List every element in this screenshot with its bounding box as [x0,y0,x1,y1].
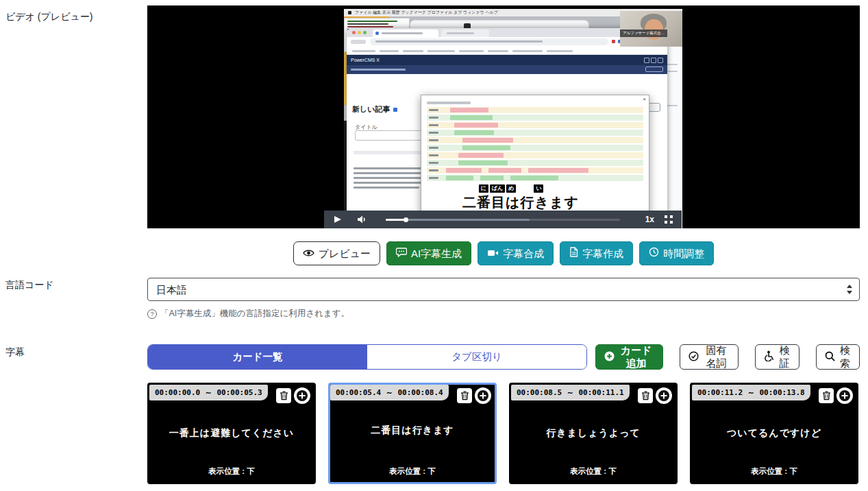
subtitle-text: 二番目は行きます [359,193,682,212]
video-control-bar: 1x [324,211,682,228]
language-select-wrap: 日本語 [147,278,860,301]
time-adjust-button[interactable]: 時間調整 [639,241,714,265]
question-circle-icon: ? [147,309,157,319]
document-icon [569,247,578,260]
insert-card-icon[interactable] [475,387,491,404]
card-position-label: 表示位置 : 下 [692,466,856,477]
browser-tab-strip [347,28,667,37]
card-position-label: 表示位置 : 下 [149,466,314,477]
video-toolbar: プレビュー AI字幕生成 字幕合成 字幕作成 時間調整 [147,241,860,265]
video-frame-screen-recording: ファイル 編集 表示 履歴 ブックマーク プロファイル タブ ウィンドウ ヘルプ [344,9,682,228]
insert-card-icon[interactable] [836,387,853,404]
add-card-button[interactable]: カード追加 [595,344,663,370]
video-camera-icon [487,248,499,260]
card-time-badge: 00:00:05.4 ～ 00:00:08.4 [330,385,449,400]
subtitle-card[interactable]: 00:00:11.2 ～ 00:00:13.8 ついてるんですけど 表示位置 :… [690,383,858,484]
preview-button[interactable]: プレビュー [293,241,380,265]
modal-close-icon: × [643,96,646,102]
card-subtitle-text: 行きましょうよって [511,427,675,440]
cms-title: PowerCMS X [351,58,380,62]
search-icon [825,351,835,363]
cms-header-bar: PowerCMS X [347,55,667,65]
card-subtitle-text: 二番目は行きます [330,424,495,437]
subtitles-label: 字幕 [5,346,25,359]
progress-bar[interactable] [386,219,620,221]
tab-card-list[interactable]: カード一覧 [148,345,367,369]
video-preview-label: ビデオ (プレビュー) [5,11,93,23]
webcam-overlay: アルファサード株式会… [620,11,682,47]
eye-icon [303,248,314,260]
playback-speed-button[interactable]: 1x [645,215,654,224]
accessibility-icon [764,350,774,363]
menu-bar-items: ファイル 編集 表示 履歴 ブックマーク プロファイル タブ ウィンドウ ヘルプ [355,10,498,16]
subtitle-create-button[interactable]: 字幕作成 [560,241,633,265]
subtitle-card-list: 00:00:00.0 ～ 00:00:05.3 一番上は避難してください 表示位… [147,383,860,484]
card-time-badge: 00:00:11.2 ～ 00:00:13.8 [692,385,810,400]
delete-card-icon[interactable] [638,388,653,403]
cms-subheader-bar [347,65,667,74]
cms-heading: 新しい記事 [352,104,390,115]
language-help-text: ? 「AI字幕生成」機能の言語指定に利用されます。 [147,308,349,320]
subtitle-view-tabs: カード一覧 タブ区切り [147,344,587,370]
furigana-row: にばんめ い [479,184,544,193]
subtitle-action-bar: カード一覧 タブ区切り カード追加 固有名詞 検証 検索 [147,344,860,370]
apple-logo-icon [348,11,351,14]
delete-card-icon[interactable] [819,388,834,403]
speech-bubble-icon [396,248,407,260]
plus-circle-icon [604,351,615,363]
subtitle-compose-button[interactable]: 字幕合成 [478,241,554,265]
language-code-label: 言語コード [5,279,54,291]
card-subtitle-text: ついてるんですけど [692,427,856,440]
bookmarks-bar [347,47,667,55]
search-button[interactable]: 検索 [816,344,860,370]
insert-card-icon[interactable] [656,387,672,404]
clock-icon [649,247,659,260]
progress-handle[interactable] [404,217,408,222]
volume-icon[interactable] [357,215,367,227]
language-select[interactable]: 日本語 [147,278,860,301]
webcam-caption: アルファサード株式会… [620,29,667,37]
check-circle-icon [689,351,699,363]
progress-played [386,219,406,221]
card-position-label: 表示位置 : 下 [330,466,495,477]
browser-url-bar [347,37,667,47]
tab-tab-separated[interactable]: タブ区切り [367,345,586,369]
card-time-badge: 00:00:00.0 ～ 00:00:05.3 [149,385,268,400]
subtitle-card-selected[interactable]: 00:00:05.4 ～ 00:00:08.4 二番目は行きます 表示位置 : … [328,383,497,484]
card-time-badge: 00:00:08.5 ～ 00:00:11.1 [511,385,630,400]
validate-button[interactable]: 検証 [755,344,799,370]
video-player[interactable]: ファイル 編集 表示 履歴 ブックマーク プロファイル タブ ウィンドウ ヘルプ [147,5,860,228]
card-subtitle-text: 一番上は避難してください [149,427,314,440]
subtitle-card[interactable]: 00:00:08.5 ～ 00:00:11.1 行きましょうよって 表示位置 :… [509,383,678,484]
delete-card-icon[interactable] [276,388,291,403]
insert-card-icon[interactable] [294,387,310,404]
proper-noun-button[interactable]: 固有名詞 [680,344,739,370]
ai-subtitle-generate-button[interactable]: AI字幕生成 [386,241,471,265]
delete-card-icon[interactable] [457,388,472,403]
subtitle-card[interactable]: 00:00:00.0 ～ 00:00:05.3 一番上は避難してください 表示位… [147,383,316,484]
fullscreen-icon[interactable] [665,215,673,224]
cms-header-buttons [644,58,663,63]
burned-in-subtitle: にばんめ い 二番目は行きます [359,180,682,212]
card-position-label: 表示位置 : 下 [511,466,675,477]
play-icon[interactable] [334,216,341,223]
